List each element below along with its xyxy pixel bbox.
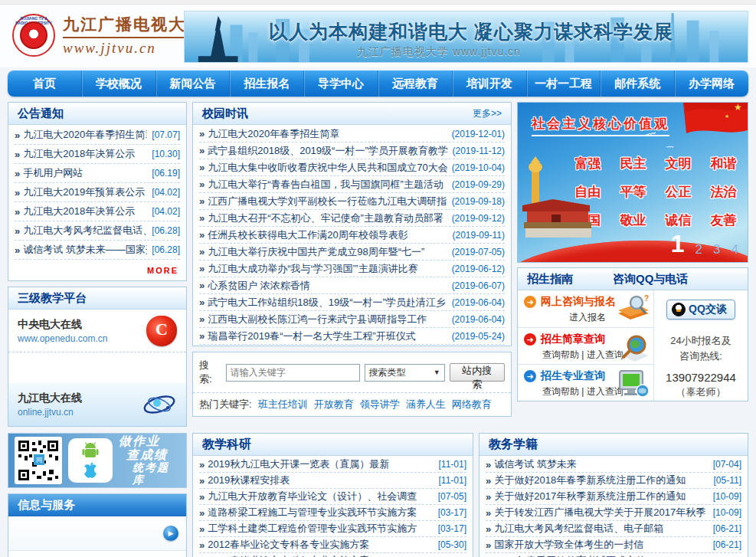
announcement-link[interactable]: 九江电大2020年春季招生简章 xyxy=(23,128,147,142)
teaching-link[interactable]: 2012春毕业论文专科各专业实施方案 xyxy=(208,538,433,552)
nav-item[interactable]: 培训开发 xyxy=(452,70,526,97)
search-type-select[interactable]: 搜索类型 ▼ xyxy=(365,364,445,382)
platform-url[interactable]: online.jjtvu.cn xyxy=(18,407,82,418)
list-item[interactable]: » 手机用户网站 [06.19] xyxy=(15,164,180,183)
nav-item[interactable]: 邮件系统 xyxy=(600,70,674,97)
news-link[interactable]: 任洲兵校长获得电大工作满20周年校领导表彰 xyxy=(208,228,447,242)
news-link[interactable]: 武宁电大工作站组织18级、19级“一村一”学员赴清江乡 xyxy=(208,296,447,310)
news-link[interactable]: 心系贫困户 浓浓粽香情 xyxy=(208,279,447,293)
list-item[interactable]: » 江西广播电视大学刘平副校长一行莅临九江电大调研指导 (2019-09-18) xyxy=(199,193,505,210)
list-item[interactable]: » 九江电大开放教育毕业论文（设计）、社会调查 [07-05] xyxy=(199,489,466,505)
announcement-link[interactable]: 诚信考试 筑梦未来——国家开 xyxy=(23,243,147,257)
teaching-link[interactable]: 工学科土建类工程造价管理专业实践环节实施方 xyxy=(208,522,433,536)
academic-link[interactable]: 诚信考试 筑梦未来 xyxy=(494,457,708,471)
news-link[interactable]: 九江电大召开“不忘初心、牢记使命”主题教育动员部署 xyxy=(208,211,447,225)
list-item[interactable]: » 2019秋九江电大开课一览表（直属）最新 [11-01] xyxy=(199,457,466,473)
list-item[interactable]: » 关于转发江西广播电视大学关于开展2017年秋季 [10-09] xyxy=(486,505,741,521)
mobile-app-banner[interactable]: 同 做作业 xyxy=(8,433,187,488)
list-item[interactable]: » 2012春毕业论文专科各专业实施方案 [05-30] xyxy=(199,537,466,553)
list-item[interactable]: » 瑞昌举行2019春“一村一名大学生工程”开班仪式 (2019-05-24) xyxy=(199,328,505,345)
list-item[interactable]: » 九江电大2018年决算公示 [04.02] xyxy=(15,202,180,221)
admission-row-sub[interactable]: 进入报名 xyxy=(542,311,606,324)
news-link[interactable]: 九江电大2020年春季招生简章 xyxy=(208,127,447,141)
list-item[interactable]: » 诚信考试 筑梦未来 [07-04] xyxy=(486,457,741,473)
list-item[interactable]: » 九江电大2019年预算表公示 [04.02] xyxy=(15,183,180,202)
announcement-link[interactable]: 九江电大2018年决算公示 xyxy=(23,147,147,161)
search-submit-button[interactable]: 站内搜索 xyxy=(450,363,505,382)
list-item[interactable]: » 九江电大召开“不忘初心、牢记使命”主题教育动员部署 (2019-09-12) xyxy=(199,210,505,227)
hot-keyword-link[interactable]: 涵养人生 xyxy=(406,398,446,411)
nav-item[interactable]: 远程教育 xyxy=(378,70,452,97)
nav-item[interactable]: 招生报名 xyxy=(229,70,303,97)
list-item[interactable]: » 九江电大2018年决算公示 [10.30] xyxy=(15,145,180,164)
list-item[interactable]: » 江西电大副校长陈江鸿一行来武宁县调研指导工作 (2019-06-04) xyxy=(199,311,505,328)
qq-chat-button[interactable]: QQ交谈 xyxy=(666,300,735,319)
nav-item[interactable]: 学校概况 xyxy=(81,70,155,97)
list-item[interactable]: » 工学科土建类工程造价管理专业实践环节实施方 [03-17] xyxy=(199,521,466,537)
news-link[interactable]: 九江电大举行庆祝中国共产党成立98周年暨“七一” xyxy=(208,245,447,259)
play-arrow-icon[interactable]: ▶ xyxy=(163,526,178,541)
hot-keyword-link[interactable]: 开放教育 xyxy=(314,398,354,411)
list-item[interactable]: » 九江电大举行庆祝中国共产党成立98周年暨“七一” (2019-07-05) xyxy=(199,244,505,260)
nav-item[interactable]: 一村一工程 xyxy=(526,70,601,97)
platform-central[interactable]: 中央电大在线 www.openedu.com.cn xyxy=(8,310,186,352)
list-item[interactable]: » 九江电大2020年春季招生简章 (2019-12-01) xyxy=(199,126,505,143)
academic-link[interactable]: 关于转发江西广播电视大学关于开展2017年秋季 xyxy=(494,506,708,519)
announcement-link[interactable]: 九江电大2018年决算公示 xyxy=(23,205,147,218)
news-link[interactable]: 九江电大举行“青春告白祖国，我与国旗同框”主题活动 xyxy=(208,178,447,192)
hot-keyword-link[interactable]: 领导讲学 xyxy=(360,398,400,411)
list-item[interactable]: » 九江电大集中收听收看庆祝中华人民共和国成立70大会 (2019-10-04) xyxy=(199,159,505,176)
list-item[interactable]: » 诚信考试 筑梦未来——国家开 [06.28] xyxy=(15,241,180,260)
nav-item[interactable]: 新闻公告 xyxy=(155,70,230,97)
list-item[interactable]: » 2017年春季开放教育考试正式文件 [06-07] xyxy=(486,553,741,557)
list-item[interactable]: » 九江电大考风考纪监督电话、电子邮箱 [06-21] xyxy=(486,521,741,537)
search-input[interactable] xyxy=(226,364,360,382)
hot-keyword-link[interactable]: 班主任培训 xyxy=(258,398,308,411)
list-item[interactable]: » 国家开放大学致全体考生的一封信 [06-21] xyxy=(486,537,741,553)
list-item[interactable]: » 2019秋课程安排表 [11-01] xyxy=(199,473,466,489)
platform-jjtvu[interactable]: 九江电大在线 online.jjtvu.cn xyxy=(8,383,186,426)
slider-page-dot[interactable]: 4 xyxy=(731,243,738,256)
academic-link[interactable]: 九江电大考风考纪监督电话、电子邮箱 xyxy=(494,522,708,536)
teaching-link[interactable]: 九江电大开放教育毕业论文（设计）、社会调查 xyxy=(208,490,433,503)
list-item[interactable]: » 任洲兵校长获得电大工作满20周年校领导表彰 (2019-09-11) xyxy=(199,227,505,244)
news-link[interactable]: 九江电大成功举办“我与‘学习强国’”主题演讲比赛 xyxy=(208,262,447,276)
platform-name[interactable]: 中央电大在线 xyxy=(18,318,107,332)
admission-row-brochure[interactable]: ➜ 招生简章查询 查询帮助 | 进入查询 xyxy=(518,327,653,364)
announcement-link[interactable]: 手机用户网站 xyxy=(23,166,147,180)
admission-row-title[interactable]: 招生专业查询 xyxy=(541,369,605,383)
list-item[interactable]: » 武宁县组织2018级、2019级“一村一”学员开展教育教学 (2019-11… xyxy=(199,143,505,159)
campus-news-more-link[interactable]: 更多>> xyxy=(473,103,502,124)
hot-keyword-link[interactable]: 网络教育 xyxy=(452,398,492,411)
academic-link[interactable]: 国家开放大学致全体考生的一封信 xyxy=(494,538,708,552)
list-item[interactable]: » 九江电大2020年春季招生简章 [07.07] xyxy=(15,126,180,145)
list-item[interactable]: » 关于做好2018年春季新系统注册工作的通知 [05-11] xyxy=(486,473,741,489)
news-link[interactable]: 江西广播电视大学刘平副校长一行莅临九江电大调研指导 xyxy=(208,195,447,208)
nav-item[interactable]: 首页 xyxy=(8,70,81,97)
admission-row-title[interactable]: 招生简章查询 xyxy=(541,333,605,346)
list-item[interactable]: » 九江电大考风考纪监督电话、 [06.28] xyxy=(15,221,180,241)
academic-link[interactable]: 关于做好2017年秋季新系统注册工作的通知 xyxy=(494,490,708,503)
admission-row-title[interactable]: 网上咨询与报名 xyxy=(541,295,616,309)
admission-row-online[interactable]: ➜ 网上咨询与报名 进入报名 ? xyxy=(518,290,653,327)
list-item[interactable]: » 2012春毕业论文本科各专业实施方案 [05-30] xyxy=(199,553,466,557)
announcement-link[interactable]: 九江电大考风考纪监督电话、 xyxy=(23,224,147,238)
list-item[interactable]: » 心系贫困户 浓浓粽香情 (2019-06-07) xyxy=(199,277,505,294)
slider-page-dot[interactable]: 1 xyxy=(671,231,685,256)
teaching-link[interactable]: 2019秋课程安排表 xyxy=(208,473,434,487)
list-item[interactable]: » 道路桥梁工程施工与管理专业实践环节实施方案 [03-17] xyxy=(199,505,466,521)
slider-page-dot[interactable]: 2 xyxy=(695,243,702,256)
teaching-link[interactable]: 2012春毕业论文本科各专业实施方案 xyxy=(208,554,433,557)
academic-link[interactable]: 2017年春季开放教育考试正式文件 xyxy=(494,554,708,557)
site-logo[interactable]: JIUJIANG TV & RADIO UNIVERSITY 九江广播电视大学 … xyxy=(12,14,204,57)
service-item[interactable]: ▶ xyxy=(8,516,186,551)
slider-page-dot[interactable]: 3 xyxy=(713,243,720,256)
admission-row-majors[interactable]: ➜ 招生专业查询 查询帮助 | 进入查询 xyxy=(518,364,653,401)
list-item[interactable]: » 九江电大举行“青春告白祖国，我与国旗同框”主题活动 (2019-09-29) xyxy=(199,176,505,193)
promo-slider[interactable]: ★ ★ ﹏ ﹏ 社会主义核心价值观 富强 民主 文明 和谐 自由 xyxy=(517,102,748,263)
news-link[interactable]: 瑞昌举行2019春“一村一名大学生工程”开班仪式 xyxy=(208,329,447,343)
news-link[interactable]: 九江电大集中收听收看庆祝中华人民共和国成立70大会 xyxy=(208,161,447,175)
news-link[interactable]: 江西电大副校长陈江鸿一行来武宁县调研指导工作 xyxy=(208,313,447,326)
news-link[interactable]: 武宁县组织2018级、2019级“一村一”学员开展教育教学 xyxy=(208,144,447,158)
teaching-link[interactable]: 道路桥梁工程施工与管理专业实践环节实施方案 xyxy=(208,506,433,519)
